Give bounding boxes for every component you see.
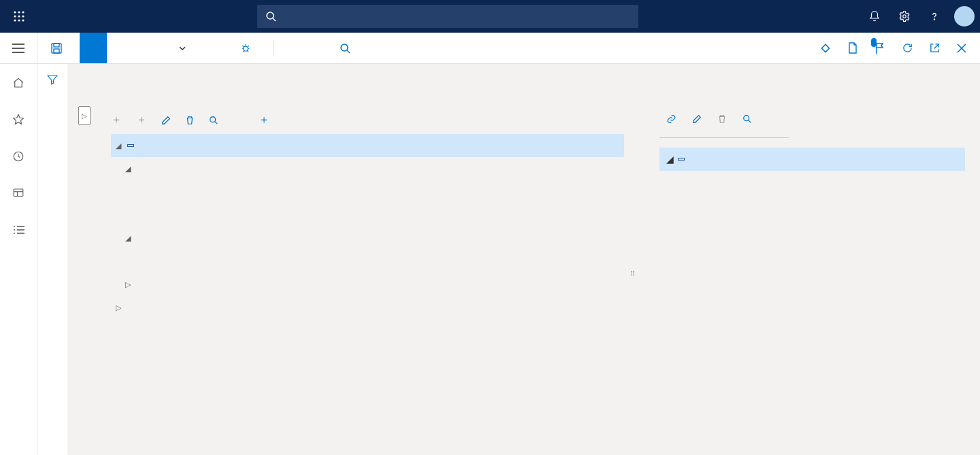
nav-toggle-button[interactable] bbox=[0, 33, 37, 63]
ribbon-search-button[interactable] bbox=[332, 33, 358, 64]
link-icon bbox=[666, 114, 676, 124]
user-avatar[interactable] bbox=[954, 6, 975, 27]
twisty-open-icon[interactable]: ◢ bbox=[114, 141, 123, 150]
filter-column bbox=[37, 64, 67, 455]
tree-node-amountmst[interactable] bbox=[111, 203, 624, 226]
model-node-accountnumber[interactable] bbox=[659, 171, 965, 194]
global-search-input[interactable] bbox=[282, 10, 630, 22]
svg-point-27 bbox=[341, 44, 348, 51]
rail-recent[interactable] bbox=[5, 146, 32, 167]
tree-node-vendoraccount[interactable] bbox=[111, 250, 624, 273]
twisty-open-icon[interactable]: ◢ bbox=[123, 234, 133, 243]
hamburger-icon bbox=[12, 44, 24, 53]
svg-point-7 bbox=[18, 19, 20, 21]
rail-workspaces[interactable] bbox=[5, 182, 32, 204]
personalize-button[interactable] bbox=[813, 33, 838, 64]
svg-point-8 bbox=[22, 19, 24, 21]
tree-node-groupedtrans[interactable]: ◢ bbox=[111, 134, 624, 157]
help-button[interactable] bbox=[920, 0, 949, 33]
close-icon bbox=[957, 44, 966, 53]
question-icon bbox=[928, 10, 941, 22]
svg-line-30 bbox=[934, 44, 938, 49]
svg-point-45 bbox=[744, 116, 749, 121]
filter-button[interactable] bbox=[46, 73, 59, 455]
bind-button[interactable] bbox=[666, 114, 680, 124]
svg-rect-16 bbox=[52, 44, 61, 53]
validate-button[interactable] bbox=[199, 33, 227, 63]
tree-node-trans[interactable]: ▷ bbox=[111, 296, 624, 319]
search-icon bbox=[265, 11, 276, 22]
svg-point-1 bbox=[18, 11, 20, 13]
collapse-handle[interactable]: ▷ bbox=[78, 106, 91, 125]
ds-search-button[interactable] bbox=[209, 116, 222, 125]
star-icon bbox=[12, 114, 24, 126]
twisty-closed-icon[interactable]: ▷ bbox=[123, 280, 133, 289]
tree-node-lines[interactable]: ▷ bbox=[111, 273, 624, 296]
body: ▷ ＋ ＋ ＋ ◢ ◢ bbox=[0, 64, 980, 455]
svg-point-6 bbox=[14, 19, 16, 21]
svg-rect-17 bbox=[54, 44, 59, 47]
svg-point-4 bbox=[18, 15, 20, 17]
settings-button[interactable] bbox=[890, 0, 919, 33]
pencil-icon bbox=[692, 114, 702, 124]
show-name-first-button[interactable] bbox=[107, 33, 134, 63]
trash-icon bbox=[717, 114, 727, 124]
twisty-closed-icon[interactable]: ▷ bbox=[114, 303, 123, 312]
options-menu[interactable] bbox=[305, 33, 332, 63]
model-search-button[interactable] bbox=[742, 114, 755, 124]
messages-button[interactable] bbox=[867, 33, 893, 64]
search-icon bbox=[742, 114, 752, 124]
model-node-vendor[interactable]: ◢ bbox=[659, 148, 965, 171]
model-node-label bbox=[678, 158, 685, 161]
add-root-button[interactable]: ＋ bbox=[111, 113, 125, 127]
main-content: ▷ ＋ ＋ ＋ ◢ ◢ bbox=[67, 64, 980, 455]
svg-line-44 bbox=[215, 121, 218, 124]
search-icon bbox=[209, 116, 218, 125]
clock-icon bbox=[12, 150, 24, 163]
messages-badge bbox=[871, 38, 877, 47]
start-debugging-button[interactable] bbox=[227, 33, 269, 63]
svg-line-28 bbox=[347, 50, 350, 53]
popout-button[interactable] bbox=[921, 33, 947, 64]
svg-rect-18 bbox=[54, 49, 59, 53]
tree-node-aggregated[interactable]: ◢ bbox=[111, 157, 624, 180]
rail-modules[interactable] bbox=[5, 219, 32, 241]
rail-favorites[interactable] bbox=[5, 109, 32, 131]
global-search[interactable] bbox=[257, 5, 638, 28]
rail-home[interactable] bbox=[5, 72, 32, 94]
close-button[interactable] bbox=[949, 33, 975, 64]
model-edit-button[interactable] bbox=[692, 114, 705, 124]
root-definition-value[interactable] bbox=[659, 133, 789, 138]
modules-icon bbox=[12, 225, 24, 235]
svg-point-3 bbox=[14, 15, 16, 17]
tree-node-grouped[interactable]: ◢ bbox=[111, 226, 624, 250]
save-button[interactable] bbox=[37, 33, 80, 63]
ribbon bbox=[0, 33, 980, 64]
notifications-button[interactable] bbox=[860, 0, 889, 33]
refresh-button[interactable] bbox=[894, 33, 920, 64]
splitter[interactable]: ⠿ bbox=[630, 229, 634, 319]
unbind-button[interactable] bbox=[717, 114, 730, 124]
tabs bbox=[86, 91, 965, 97]
gear-icon bbox=[898, 10, 911, 22]
ds-edit-button[interactable] bbox=[161, 116, 174, 125]
svg-point-0 bbox=[14, 11, 16, 13]
twisty-open-icon[interactable]: ◢ bbox=[666, 154, 674, 165]
twisty-open-icon[interactable]: ◢ bbox=[123, 165, 133, 173]
tree-node-amountcur[interactable] bbox=[111, 180, 624, 203]
svg-point-43 bbox=[210, 116, 216, 122]
svg-point-11 bbox=[903, 15, 906, 18]
attachments-button[interactable] bbox=[840, 33, 866, 64]
svg-rect-34 bbox=[14, 189, 23, 197]
home-icon bbox=[12, 77, 24, 89]
tree-node-label bbox=[127, 144, 134, 147]
svg-line-10 bbox=[273, 18, 276, 21]
group-view-button[interactable] bbox=[134, 33, 161, 63]
ds-delete-button[interactable] bbox=[185, 116, 198, 125]
show-details-button[interactable] bbox=[80, 33, 107, 63]
show-all-dropdown[interactable] bbox=[161, 33, 199, 63]
view-menu[interactable] bbox=[278, 33, 305, 63]
add-button[interactable]: ＋ bbox=[136, 113, 150, 127]
ds-cache-button[interactable]: ＋ bbox=[259, 113, 273, 127]
app-launcher-button[interactable] bbox=[5, 3, 33, 30]
